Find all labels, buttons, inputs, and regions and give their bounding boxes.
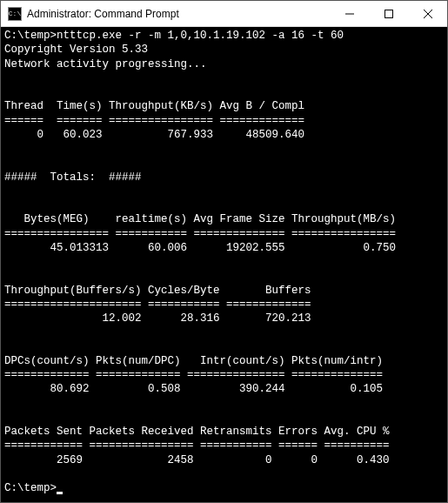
table1-header: Thread Time(s) Throughput(KB/s) Avg B / … — [4, 100, 304, 112]
table5-header: Packets Sent Packets Received Retransmit… — [4, 426, 390, 438]
copyright-line: Copyright Version 5.33 — [4, 44, 148, 56]
table5-divider: ============ ================ ==========… — [4, 439, 390, 452]
table2-row: 45.013313 60.006 19202.555 0.750 — [4, 242, 396, 254]
command-text: ntttcp.exe -r -m 1,0,10.1.19.102 -a 16 -… — [57, 30, 344, 42]
cmd-icon-text: C:\ — [9, 10, 21, 17]
prompt: C:\temp> — [4, 30, 57, 42]
table3-divider: ===================== =========== ======… — [4, 298, 311, 311]
prompt: C:\temp> — [4, 482, 57, 494]
table5-row: 2569 2458 0 0 0.430 — [4, 454, 390, 466]
close-button[interactable] — [408, 1, 447, 26]
terminal-output[interactable]: C:\temp>ntttcp.exe -r -m 1,0,10.1.19.102… — [1, 27, 447, 502]
minimize-icon — [345, 10, 354, 18]
table4-header: DPCs(count/s) Pkts(num/DPC) Intr(count/s… — [4, 355, 383, 367]
progress-line: Network activity progressing... — [4, 58, 207, 70]
minimize-button[interactable] — [330, 1, 369, 26]
table2-divider: ================ =========== ===========… — [4, 228, 396, 240]
table3-row: 12.002 28.316 720.213 — [4, 312, 311, 325]
maximize-icon — [384, 10, 393, 18]
maximize-button[interactable] — [369, 1, 408, 26]
table1-divider: ====== ======= ================ ========… — [4, 115, 304, 127]
table4-divider: ============= ============= ============… — [4, 369, 383, 381]
cursor — [57, 492, 63, 494]
command-prompt-window: C:\ Administrator: Command Prompt C:\tem… — [0, 0, 448, 503]
table2-header: Bytes(MEG) realtime(s) Avg Frame Size Th… — [4, 213, 396, 225]
cmd-icon: C:\ — [8, 7, 22, 21]
titlebar[interactable]: C:\ Administrator: Command Prompt — [1, 1, 447, 27]
table4-row: 80.692 0.508 390.244 0.105 — [4, 383, 383, 395]
window-controls — [330, 1, 447, 26]
table3-header: Throughput(Buffers/s) Cycles/Byte Buffer… — [4, 285, 311, 297]
close-icon — [424, 10, 432, 18]
totals-label: ##### Totals: ##### — [4, 171, 142, 184]
table1-row: 0 60.023 767.933 48509.640 — [4, 129, 304, 141]
svg-rect-1 — [384, 10, 392, 17]
window-title: Administrator: Command Prompt — [27, 8, 330, 20]
